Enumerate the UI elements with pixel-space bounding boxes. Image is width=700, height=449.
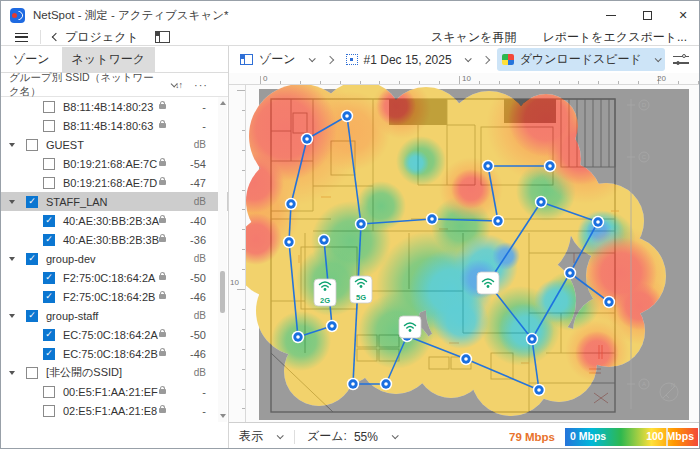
resume-scan-button[interactable]: スキャンを再開: [431, 29, 516, 46]
tab-network[interactable]: ネットワーク: [62, 47, 155, 72]
checkbox[interactable]: [43, 177, 55, 189]
bssid-row[interactable]: 00:E5:F1:AA:21:EF-: [1, 382, 228, 401]
zone-icon: [240, 54, 253, 65]
bssid-row[interactable]: ✓EC:75:0C:18:64:2B-46: [1, 344, 228, 363]
snapshot-selector[interactable]: #1 Dec 15, 2025: [341, 50, 475, 70]
lock-icon: [159, 389, 166, 394]
wifi-ap-icon[interactable]: [399, 316, 421, 338]
chevron-left-icon: [52, 33, 60, 41]
survey-point[interactable]: [492, 215, 504, 227]
scroll-up-icon[interactable]: [220, 101, 226, 105]
ruler-label: 10: [230, 278, 239, 287]
checkbox[interactable]: [26, 367, 38, 379]
checkbox[interactable]: ✓: [26, 253, 38, 265]
wifi-ap-icon[interactable]: 2G: [314, 279, 336, 306]
group-by-label[interactable]: グループ別 SSID（ネットワーク名）: [9, 71, 164, 99]
scroll-down-icon[interactable]: [220, 414, 226, 418]
grid-reference-label: N: [671, 382, 675, 388]
tab-zone[interactable]: ゾーン: [3, 47, 60, 72]
survey-point[interactable]: [292, 331, 304, 343]
survey-point[interactable]: [564, 267, 576, 279]
export-report-button[interactable]: レポートをエクスポート...: [542, 29, 687, 46]
wifi-ap-icon[interactable]: [477, 272, 499, 294]
visualization-selector[interactable]: ダウンロードスピード: [497, 48, 665, 71]
minimize-button[interactable]: [593, 1, 629, 29]
zoom-menu-button[interactable]: ズーム: 55%: [307, 428, 397, 445]
bssid-label: B8:11:4B:14:80:23: [63, 101, 153, 113]
survey-point[interactable]: [533, 384, 545, 396]
survey-point[interactable]: [592, 216, 604, 228]
grid-reference-label: C: [642, 154, 647, 160]
status-bar: 表示 ズーム: 55% 79 Mbps 0 Mbps 100 Mbps: [229, 422, 700, 449]
survey-point[interactable]: [603, 296, 615, 308]
survey-point[interactable]: [285, 198, 297, 210]
checkbox[interactable]: [43, 405, 55, 417]
survey-point[interactable]: [380, 378, 392, 390]
survey-point[interactable]: [426, 213, 438, 225]
chevron-down-icon: [655, 55, 662, 62]
survey-point[interactable]: [318, 234, 330, 246]
checkbox[interactable]: [43, 158, 55, 170]
checkbox[interactable]: [43, 101, 55, 113]
survey-point[interactable]: [301, 133, 313, 145]
checkbox[interactable]: ✓: [43, 215, 55, 227]
survey-point[interactable]: [526, 333, 538, 345]
checkbox[interactable]: ✓: [43, 291, 55, 303]
back-to-projects-button[interactable]: プロジェクト: [53, 29, 139, 46]
maximize-button[interactable]: [629, 1, 665, 29]
checkbox[interactable]: [43, 120, 55, 132]
scrollbar-thumb[interactable]: [220, 271, 225, 313]
ssid-group-row[interactable]: ✓STAFF_LANdB: [1, 192, 228, 211]
ssid-group-row[interactable]: ✓group-staffdB: [1, 306, 228, 325]
lock-icon: [159, 237, 166, 242]
checkbox[interactable]: ✓: [43, 234, 55, 246]
bssid-row[interactable]: ✓F2:75:0C:18:64:2B-46: [1, 287, 228, 306]
checkbox[interactable]: ✓: [43, 329, 55, 341]
bssid-row[interactable]: ✓F2:75:0C:18:64:2A-50: [1, 268, 228, 287]
visualization-settings-icon[interactable]: [673, 54, 689, 66]
ssid-group-row[interactable]: GUESTdB: [1, 135, 228, 154]
checkbox[interactable]: ✓: [26, 310, 38, 322]
expander-icon[interactable]: [9, 257, 15, 261]
checkbox[interactable]: [26, 139, 38, 151]
survey-map[interactable]: DCAN 2G5G: [246, 85, 700, 422]
wifi-ap-icon[interactable]: 5G: [350, 276, 372, 303]
checkbox[interactable]: [43, 386, 55, 398]
bssid-row[interactable]: B0:19:21:68:AE:7D-47: [1, 173, 228, 192]
survey-point[interactable]: [460, 353, 472, 365]
survey-point[interactable]: [535, 196, 547, 208]
more-options-icon[interactable]: ···: [194, 79, 208, 91]
ssid-label: group-dev: [46, 253, 96, 265]
bssid-row[interactable]: ✓40:AE:30:BB:2B:3A-40: [1, 211, 228, 230]
close-button[interactable]: ✕: [665, 1, 700, 29]
bssid-row[interactable]: 02:E5:F1:AA:21:E8-: [1, 401, 228, 420]
survey-point[interactable]: [341, 110, 353, 122]
bssid-row[interactable]: ✓40:AE:30:BB:2B:3B-36: [1, 230, 228, 249]
survey-point[interactable]: [355, 218, 367, 230]
view-menu-button[interactable]: 表示: [239, 428, 282, 445]
survey-point[interactable]: [283, 236, 295, 248]
menu-icon[interactable]: [15, 33, 28, 42]
bssid-row[interactable]: ✓EC:75:0C:18:64:2A-50: [1, 325, 228, 344]
checkbox[interactable]: ✓: [26, 196, 38, 208]
survey-point[interactable]: [326, 320, 338, 332]
survey-point[interactable]: [544, 160, 556, 172]
bssid-row[interactable]: B0:19:21:68:AE:7C-54: [1, 154, 228, 173]
expander-icon[interactable]: [9, 200, 15, 204]
bssid-row[interactable]: B8:11:4B:14:80:23-: [1, 97, 228, 116]
survey-point[interactable]: [347, 378, 359, 390]
bssid-row[interactable]: B8:11:4B:14:80:63-: [1, 116, 228, 135]
expander-icon[interactable]: [9, 314, 15, 318]
checkbox[interactable]: ✓: [43, 348, 55, 360]
snapshot-icon: [346, 54, 358, 65]
expander-icon[interactable]: [9, 143, 15, 147]
ssid-group-row[interactable]: ✓group-devdB: [1, 249, 228, 268]
sidebar-scrollbar[interactable]: [218, 97, 227, 422]
signal-value: -50: [180, 272, 206, 284]
survey-point[interactable]: [482, 160, 494, 172]
zone-selector[interactable]: ゾーン: [235, 48, 319, 71]
expander-icon[interactable]: [9, 371, 15, 375]
ssid-group-row[interactable]: [非公開のSSID]dB: [1, 363, 228, 382]
layout-panel-icon[interactable]: [155, 31, 170, 43]
checkbox[interactable]: ✓: [43, 272, 55, 284]
